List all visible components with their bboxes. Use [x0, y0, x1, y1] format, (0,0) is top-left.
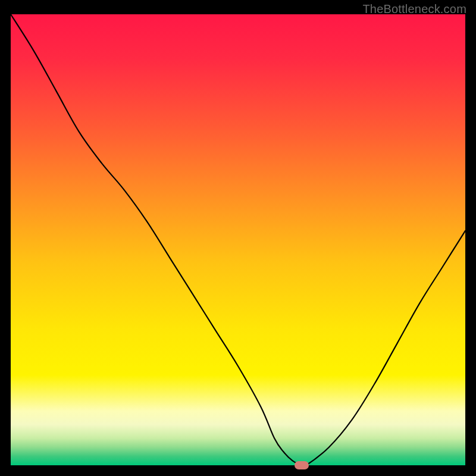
- plot-area: [11, 14, 465, 465]
- bottleneck-curve: [11, 14, 465, 465]
- optimum-marker: [295, 461, 309, 469]
- chart-container: [11, 14, 465, 465]
- watermark-text: TheBottleneck.com: [362, 2, 466, 16]
